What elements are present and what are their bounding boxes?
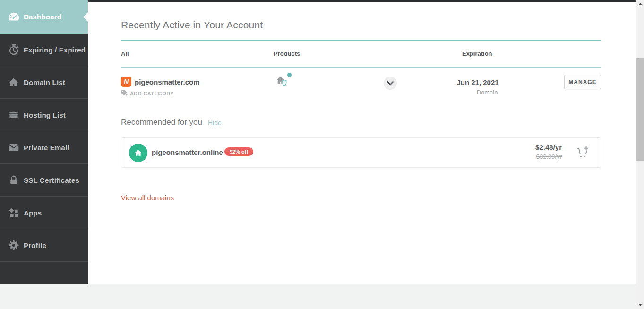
- column-header-all: All: [121, 50, 129, 57]
- add-category-label: ADD CATEGORY: [130, 91, 174, 96]
- scrollbar[interactable]: [636, 0, 644, 309]
- sidebar-item-label: Expiring / Expired: [24, 46, 86, 54]
- dashboard-page: Dashboard Expiring / Expired Domain List…: [0, 0, 644, 309]
- sidebar-item-label: SSL Certificates: [24, 176, 79, 184]
- envelope-icon: [7, 141, 21, 154]
- cart-plus-icon: [575, 146, 590, 159]
- tag-plus-icon: [121, 90, 128, 97]
- sidebar-item-ssl-certificates[interactable]: SSL Certificates: [0, 164, 88, 197]
- recommendation-card[interactable]: pigeonsmatter.online 92% off $2.48/yr $3…: [121, 137, 601, 168]
- table-header-divider: [121, 67, 601, 68]
- recommended-domain-name: pigeonsmatter.online: [152, 148, 223, 156]
- view-all-domains-link[interactable]: View all domains: [121, 194, 174, 202]
- sidebar-item-hosting-list[interactable]: Hosting List: [0, 99, 88, 131]
- old-price: $32.88/yr: [535, 153, 562, 160]
- add-category-button[interactable]: ADD CATEGORY: [121, 90, 174, 97]
- sidebar-item-domain-list[interactable]: Domain List: [0, 66, 88, 99]
- notification-dot: [287, 73, 292, 77]
- column-header-expiration: Expiration: [462, 50, 492, 57]
- section-divider: [121, 40, 601, 41]
- price-block: $2.48/yr $32.88/yr: [535, 143, 562, 160]
- scroll-down-arrow[interactable]: [636, 301, 644, 309]
- sidebar-item-label: Apps: [24, 209, 42, 217]
- recommended-title: Recommended for you: [121, 118, 202, 127]
- main-content: Recently Active in Your Account All Prod…: [88, 2, 636, 284]
- sidebar-item-label: Hosting List: [24, 111, 66, 119]
- product-type-label: Domain: [454, 89, 520, 96]
- apps-grid-icon: [7, 207, 21, 219]
- sidebar-item-expiring[interactable]: Expiring / Expired: [0, 34, 88, 66]
- gear-icon: [7, 239, 21, 251]
- server-icon: [7, 109, 21, 121]
- product-icons[interactable]: [275, 74, 292, 92]
- scrollbar-thumb[interactable]: [636, 58, 644, 161]
- current-price: $2.48/yr: [535, 143, 562, 151]
- sidebar-item-label: Domain List: [24, 78, 65, 86]
- sidebar-item-label: Dashboard: [24, 13, 61, 21]
- dashboard-gauge-icon: [7, 10, 21, 23]
- expand-row-button[interactable]: [384, 77, 397, 90]
- expiration-date: Jun 21, 2021: [445, 78, 511, 86]
- stopwatch-icon: [7, 43, 21, 56]
- chevron-down-icon: [387, 81, 394, 86]
- sidebar-item-private-email[interactable]: Private Email: [0, 131, 88, 164]
- manage-button[interactable]: MANAGE: [564, 75, 601, 89]
- scroll-up-arrow[interactable]: [636, 0, 644, 8]
- sidebar: Dashboard Expiring / Expired Domain List…: [0, 0, 88, 284]
- home-icon: [7, 76, 21, 88]
- add-to-cart-button[interactable]: [575, 146, 590, 160]
- house-icon: [134, 148, 143, 157]
- hide-link[interactable]: Hide: [208, 119, 222, 127]
- lock-icon: [7, 174, 21, 186]
- discount-badge: 92% off: [224, 147, 253, 156]
- namecheap-logo-icon: N: [121, 77, 131, 87]
- sidebar-item-profile[interactable]: Profile: [0, 229, 88, 262]
- sidebar-item-label: Profile: [24, 241, 46, 249]
- column-header-products: Products: [274, 50, 300, 57]
- page-title: Recently Active in Your Account: [121, 19, 263, 31]
- footer-strip: [0, 284, 644, 309]
- domain-name: pigeonsmatter.com: [135, 78, 200, 86]
- sidebar-item-apps[interactable]: Apps: [0, 197, 88, 229]
- domain-suggestion-icon: [129, 144, 147, 162]
- sidebar-item-label: Private Email: [24, 144, 69, 152]
- sidebar-item-dashboard[interactable]: Dashboard: [0, 0, 88, 34]
